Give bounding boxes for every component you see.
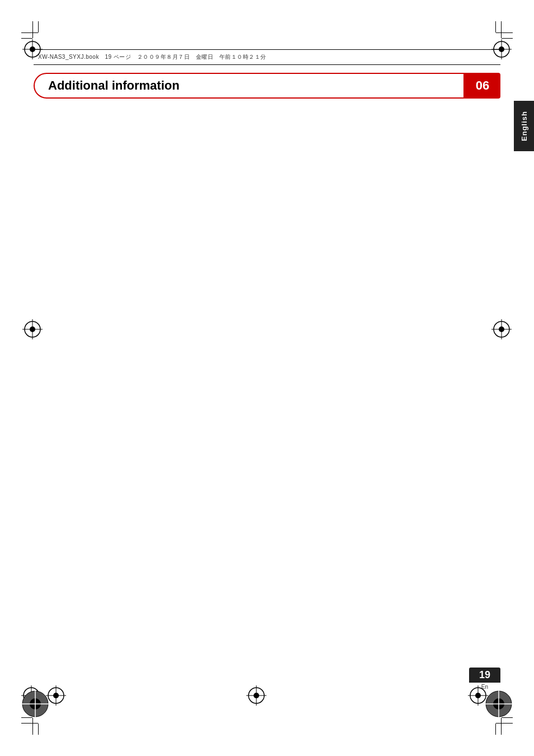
crop-mark-tr-h [496, 32, 513, 33]
crop-mark-tl-v2 [38, 21, 39, 32]
section-header: Additional information 06 [34, 73, 500, 99]
crop-mark-tl-h [21, 32, 38, 33]
crop-mark-tl-h2 [21, 38, 32, 39]
section-title-box: Additional information [34, 73, 465, 99]
decorative-circle-br [485, 690, 513, 718]
registration-mark-mr [491, 319, 512, 339]
decorative-circle-bl [21, 690, 49, 718]
crop-mark-br-v [501, 718, 502, 735]
crop-mark-br-h [496, 723, 513, 724]
english-tab: English [514, 101, 534, 151]
chapter-badge: 06 [465, 73, 500, 99]
crop-mark-tr-h2 [502, 38, 513, 39]
registration-mark-bc [246, 685, 266, 706]
registration-mark-ml [22, 319, 43, 339]
header-bar: XW-NAS3_SYXJ.book 19 ページ ２００９年８月７日 金曜日 午… [34, 49, 500, 65]
language-tab-text: English [520, 111, 528, 141]
crop-mark-bl-v2 [38, 724, 39, 735]
file-info-text: XW-NAS3_SYXJ.book 19 ページ ２００９年８月７日 金曜日 午… [38, 53, 266, 61]
crop-mark-bl-v [32, 718, 33, 735]
section-title: Additional information [48, 78, 180, 93]
page-number: 19 [469, 668, 500, 683]
crop-mark-tl-v [32, 21, 33, 38]
crop-mark-tr-v2 [495, 21, 496, 32]
crop-mark-tr-v [501, 21, 502, 38]
crop-mark-br-v2 [495, 724, 496, 735]
crop-mark-bl-h [21, 723, 38, 724]
